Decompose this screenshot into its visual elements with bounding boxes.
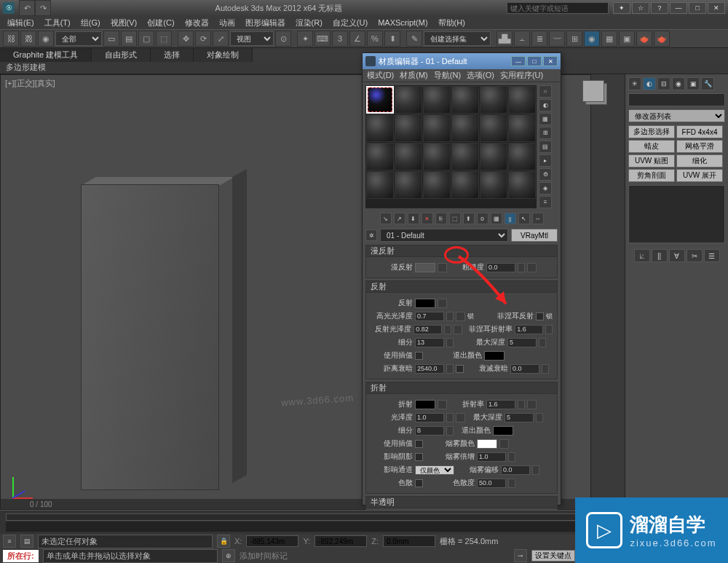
material-name-field[interactable]: 01 - Default [380, 229, 508, 242]
link-icon[interactable]: ⛓ [3, 31, 19, 47]
map-button[interactable] [527, 400, 537, 409]
exit-color-swatch[interactable] [484, 351, 505, 361]
setkey-button[interactable]: 设置关键点 [531, 550, 575, 562]
roughness-spinner[interactable]: 0.0 [486, 263, 515, 272]
object-name-field[interactable] [628, 93, 725, 106]
material-slot[interactable] [366, 171, 394, 199]
background-icon[interactable]: ▦ [539, 113, 552, 125]
menu-modifiers[interactable]: 修改器 [181, 17, 213, 29]
reset-icon[interactable]: ✕ [422, 213, 433, 224]
app-logo-icon[interactable]: ⦿ [3, 2, 15, 14]
lock-icon[interactable]: 🔒 [217, 535, 230, 548]
material-slot[interactable] [423, 171, 451, 199]
material-slot[interactable] [480, 114, 507, 142]
select-name-icon[interactable]: ▤ [121, 31, 137, 47]
material-slot[interactable] [508, 143, 536, 170]
spinner-arrows-icon[interactable] [532, 465, 539, 475]
minimize-icon[interactable]: — [511, 56, 526, 66]
abbe-spinner[interactable]: 50.0 [477, 479, 506, 488]
percent-snap-icon[interactable]: % [367, 31, 383, 47]
refr-interp-checkbox[interactable] [415, 440, 423, 448]
dimdist-spinner[interactable]: 2540.0 [415, 364, 444, 374]
menu-rendering[interactable]: 渲染(R) [291, 17, 327, 29]
material-slot[interactable] [423, 143, 451, 170]
align-icon[interactable]: ⫠ [514, 31, 530, 47]
put-library-icon[interactable]: ⬆ [463, 213, 475, 224]
backlight-icon[interactable]: ◐ [539, 99, 552, 111]
x-coord-field[interactable] [246, 535, 298, 547]
pick-icon[interactable]: ✲ [365, 229, 377, 241]
spinner-arrows-icon[interactable] [446, 426, 454, 436]
fogbias-spinner[interactable]: 0.0 [501, 465, 530, 475]
redo-icon[interactable]: ↷ [35, 0, 51, 16]
mod-btn[interactable]: 细化 [676, 154, 723, 168]
mat-id-icon[interactable]: 0 [477, 213, 488, 224]
refr-depth-spinner[interactable]: 5 [505, 413, 534, 422]
preview-icon[interactable]: ▸ [539, 154, 552, 167]
modifier-stack[interactable] [628, 185, 725, 243]
spinner-arrows-icon[interactable] [542, 364, 549, 374]
toolbar-icon[interactable]: ☆ [632, 2, 649, 14]
mod-btn[interactable]: FFD 4x4x4 [676, 125, 723, 138]
go-parent-icon[interactable]: ↖ [518, 213, 530, 224]
hilight-gloss-spinner[interactable]: 0.7 [415, 312, 444, 321]
material-slot[interactable] [395, 86, 422, 114]
refract-color-swatch[interactable] [415, 400, 435, 409]
snap-icon[interactable]: 3 [332, 31, 348, 47]
manipulate-icon[interactable]: ✦ [297, 31, 313, 47]
named-sets-icon[interactable]: ✎ [406, 31, 422, 47]
scene-box-object[interactable] [81, 184, 234, 497]
map-button[interactable] [454, 325, 463, 334]
toolbar-icon[interactable]: ✦ [613, 2, 630, 14]
display-panel-icon[interactable]: ▣ [687, 77, 700, 90]
bind-icon[interactable]: ◉ [38, 31, 54, 47]
fogmult-spinner[interactable]: 1.0 [477, 452, 506, 462]
refr-gloss-spinner[interactable]: 1.0 [415, 413, 444, 422]
refl-depth-spinner[interactable]: 5 [507, 338, 537, 347]
goto-line-label[interactable]: 所在行: [3, 550, 39, 562]
mod-btn[interactable]: 剪角剖面 [628, 169, 675, 182]
mod-btn[interactable]: UVW 展开 [676, 169, 723, 182]
maximize-icon[interactable]: □ [527, 56, 542, 66]
menu-group[interactable]: 组(G) [76, 17, 105, 29]
spinner-arrows-icon[interactable] [518, 400, 525, 409]
interp-checkbox[interactable] [415, 352, 423, 360]
viewcube[interactable] [582, 80, 612, 109]
undo-icon[interactable]: ↶ [19, 0, 35, 16]
spinner-arrows-icon[interactable] [446, 413, 454, 422]
menu-maxscript[interactable]: MAXScript(M) [373, 17, 432, 28]
hierarchy-panel-icon[interactable]: ⊟ [657, 77, 670, 90]
mod-btn[interactable]: 蜡皮 [628, 140, 675, 153]
schematic-icon[interactable]: ⊞ [566, 31, 582, 47]
material-slot[interactable] [451, 86, 479, 114]
spinner-arrows-icon[interactable] [446, 364, 454, 374]
spinner-snap-icon[interactable]: ⬍ [384, 31, 400, 47]
material-slot[interactable] [423, 114, 451, 142]
show-end-icon[interactable]: || [652, 249, 668, 262]
selection-filter[interactable]: 全部 [55, 31, 102, 46]
move-icon[interactable]: ✥ [178, 31, 194, 47]
material-slot[interactable] [451, 171, 479, 199]
unique-icon[interactable]: ∀ [669, 249, 685, 262]
menu-views[interactable]: 视图(V) [106, 17, 142, 29]
menu-animation[interactable]: 动画 [215, 17, 240, 29]
material-slot[interactable] [423, 86, 451, 114]
create-panel-icon[interactable]: ✳ [628, 77, 641, 90]
z-coord-field[interactable] [383, 535, 435, 547]
material-slot[interactable] [395, 171, 422, 199]
show-map-icon[interactable]: ▦ [491, 213, 502, 224]
rotate-icon[interactable]: ⟳ [195, 31, 211, 47]
mod-btn[interactable]: 网格平滑 [676, 140, 723, 153]
rollout-header[interactable]: 反射 [366, 281, 557, 293]
curve-editor-icon[interactable]: 〰 [549, 31, 565, 47]
spinner-arrows-icon[interactable] [536, 413, 543, 422]
map-button[interactable] [456, 413, 465, 422]
material-editor-titlebar[interactable]: 材质编辑器 - 01 - Default — □ ✕ [363, 53, 561, 69]
put-to-scene-icon[interactable]: ↗ [394, 213, 405, 224]
ref-coord-system[interactable]: 视图 [230, 31, 274, 46]
spinner-arrows-icon[interactable] [545, 325, 553, 334]
material-slot[interactable] [508, 171, 536, 199]
material-slot[interactable] [395, 114, 422, 142]
material-slot[interactable] [508, 86, 536, 114]
select-by-mat-icon[interactable]: ◈ [539, 182, 552, 194]
